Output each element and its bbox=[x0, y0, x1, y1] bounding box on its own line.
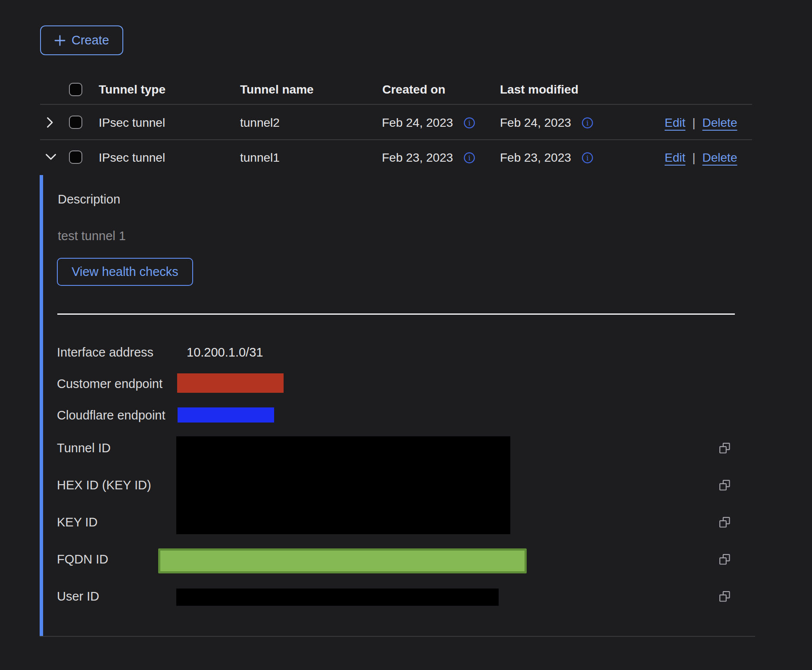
last-modified-cell-group: Feb 24, 2023 i bbox=[500, 116, 593, 130]
field-label-interface-address: Interface address bbox=[57, 344, 153, 360]
description-label: Description bbox=[58, 191, 120, 207]
svg-text:i: i bbox=[468, 119, 470, 127]
field-label-hex-id: HEX ID (KEY ID) bbox=[57, 477, 151, 493]
copy-icon bbox=[719, 591, 731, 602]
tunnel-id-redaction bbox=[176, 436, 510, 534]
copy-fqdn-id-button[interactable] bbox=[719, 554, 731, 565]
create-button-label: Create bbox=[72, 33, 109, 47]
detail-divider bbox=[57, 313, 735, 315]
copy-icon bbox=[719, 442, 731, 454]
delete-link[interactable]: Delete bbox=[703, 150, 737, 165]
edit-link[interactable]: Edit bbox=[665, 150, 685, 165]
actions-separator: | bbox=[692, 116, 695, 130]
created-on-cell: Feb 24, 2023 bbox=[382, 116, 453, 130]
tunnel-name-cell: tunnel1 bbox=[240, 150, 280, 165]
cloudflare-endpoint-redaction bbox=[178, 407, 274, 423]
info-icon[interactable]: i bbox=[581, 152, 593, 164]
svg-text:i: i bbox=[468, 154, 470, 162]
copy-icon bbox=[719, 554, 731, 565]
created-on-cell: Feb 23, 2023 bbox=[382, 150, 453, 165]
column-header-last-modified: Last modified bbox=[500, 82, 578, 97]
tunnel-type-cell: IPsec tunnel bbox=[99, 150, 165, 165]
last-modified-cell: Feb 23, 2023 bbox=[500, 150, 571, 165]
created-on-cell-group: Feb 24, 2023 i bbox=[382, 116, 475, 130]
create-button[interactable]: Create bbox=[40, 25, 123, 55]
actions-separator: | bbox=[692, 150, 695, 165]
copy-icon bbox=[719, 517, 731, 528]
tunnel-type-cell: IPsec tunnel bbox=[99, 116, 165, 130]
chevron-down-icon[interactable] bbox=[45, 153, 56, 160]
field-label-tunnel-id: Tunnel ID bbox=[57, 440, 111, 456]
column-header-created-on: Created on bbox=[382, 82, 445, 97]
last-modified-cell-group: Feb 23, 2023 i bbox=[500, 150, 593, 165]
column-header-tunnel-name: Tunnel name bbox=[240, 82, 314, 97]
field-label-key-id: KEY ID bbox=[57, 514, 98, 530]
tunnel-name-cell: tunnel2 bbox=[240, 116, 280, 130]
field-label-user-id: User ID bbox=[57, 589, 99, 604]
ipsec-tunnels-page: Create Tunnel type Tunnel name Created o… bbox=[0, 0, 812, 670]
expanded-panel-accent-bar bbox=[40, 175, 43, 637]
view-health-checks-label: View health checks bbox=[72, 265, 178, 279]
info-icon[interactable]: i bbox=[463, 152, 475, 164]
copy-hex-id-button[interactable] bbox=[719, 479, 731, 491]
plus-icon bbox=[54, 34, 66, 47]
copy-key-id-button[interactable] bbox=[719, 517, 731, 528]
svg-text:i: i bbox=[586, 119, 588, 127]
copy-user-id-button[interactable] bbox=[719, 591, 731, 602]
user-id-redaction bbox=[176, 589, 499, 606]
row-actions: Edit | Delete bbox=[665, 150, 737, 165]
info-icon[interactable]: i bbox=[463, 117, 475, 129]
header-separator bbox=[40, 104, 752, 105]
view-health-checks-button[interactable]: View health checks bbox=[57, 258, 193, 286]
svg-text:i: i bbox=[586, 154, 588, 162]
copy-tunnel-id-button[interactable] bbox=[719, 442, 731, 454]
customer-endpoint-redaction bbox=[177, 373, 284, 393]
fqdn-id-redaction bbox=[158, 548, 527, 573]
delete-link[interactable]: Delete bbox=[703, 116, 737, 130]
description-value: test tunnel 1 bbox=[58, 228, 126, 244]
row-checkbox[interactable] bbox=[69, 150, 82, 164]
info-icon[interactable]: i bbox=[581, 117, 593, 129]
copy-icon bbox=[719, 479, 731, 491]
field-label-fqdn-id: FQDN ID bbox=[57, 551, 108, 567]
field-value-interface-address: 10.200.1.0/31 bbox=[187, 344, 263, 360]
select-all-checkbox[interactable] bbox=[69, 83, 82, 96]
column-header-tunnel-type: Tunnel type bbox=[99, 82, 166, 97]
detail-bottom-separator bbox=[40, 636, 755, 637]
field-label-cloudflare-endpoint: Cloudflare endpoint bbox=[57, 407, 166, 423]
row-separator bbox=[40, 139, 752, 140]
chevron-right-icon[interactable] bbox=[47, 117, 53, 128]
row-actions: Edit | Delete bbox=[665, 116, 737, 130]
last-modified-cell: Feb 24, 2023 bbox=[500, 116, 571, 130]
row-checkbox[interactable] bbox=[69, 116, 82, 129]
field-label-customer-endpoint: Customer endpoint bbox=[57, 376, 162, 391]
created-on-cell-group: Feb 23, 2023 i bbox=[382, 150, 475, 165]
edit-link[interactable]: Edit bbox=[665, 116, 685, 130]
